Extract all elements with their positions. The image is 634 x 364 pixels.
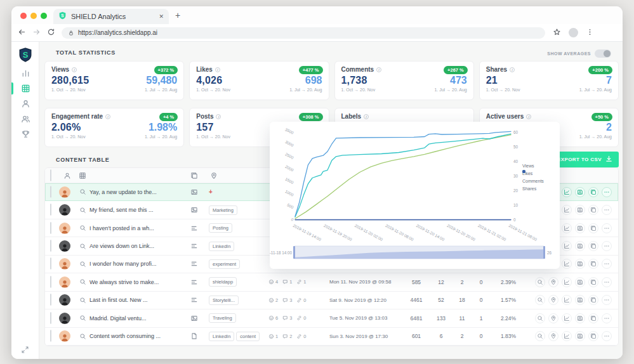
table-row[interactable]: Last in first out. New ...Storytelli...2… bbox=[45, 292, 618, 309]
row-checkbox[interactable] bbox=[50, 276, 51, 288]
row-action-save-button[interactable] bbox=[575, 259, 585, 269]
row-checkbox[interactable] bbox=[50, 257, 51, 270]
preview-magnifier-icon[interactable] bbox=[79, 224, 86, 231]
row-action-magnifier-button[interactable] bbox=[535, 313, 545, 323]
sidebar-item-profile[interactable] bbox=[11, 99, 39, 108]
sidebar-item-analytics[interactable] bbox=[11, 68, 39, 78]
row-action-save-button[interactable] bbox=[575, 331, 585, 341]
expand-sidebar-icon[interactable] bbox=[21, 345, 29, 356]
info-icon[interactable]: i bbox=[376, 67, 381, 72]
row-action-copy-button[interactable] bbox=[588, 223, 598, 233]
row-checkbox[interactable] bbox=[50, 330, 51, 342]
row-checkbox[interactable] bbox=[50, 312, 51, 324]
table-row[interactable]: Madrid. Digital ventu...Traveling630Tue … bbox=[45, 309, 618, 327]
preview-magnifier-icon[interactable] bbox=[79, 315, 86, 322]
row-action-linechart-button[interactable] bbox=[562, 205, 572, 215]
info-icon[interactable]: i bbox=[215, 67, 220, 72]
sidebar-item-audience[interactable] bbox=[11, 114, 39, 124]
row-action-target-button[interactable] bbox=[548, 331, 558, 341]
row-checkbox[interactable] bbox=[50, 186, 51, 198]
preview-magnifier-icon[interactable] bbox=[79, 261, 86, 268]
new-tab-button[interactable]: + bbox=[175, 10, 180, 20]
row-action-copy-button[interactable] bbox=[588, 313, 598, 323]
row-action-magnifier-button[interactable] bbox=[535, 277, 545, 287]
row-action-more-button[interactable] bbox=[602, 277, 612, 287]
row-action-linechart-button[interactable] bbox=[562, 331, 572, 341]
browser-profile-avatar[interactable] bbox=[569, 28, 578, 37]
forward-icon[interactable] bbox=[32, 27, 41, 39]
brush-handle-left[interactable] bbox=[293, 246, 295, 259]
row-action-linechart-button[interactable] bbox=[562, 187, 572, 197]
row-action-linechart-button[interactable] bbox=[562, 295, 572, 305]
legend-item-views[interactable]: Views bbox=[522, 164, 544, 168]
row-action-more-button[interactable] bbox=[602, 187, 612, 197]
legend-item-likes[interactable]: Likes bbox=[522, 171, 544, 176]
legend-item-shares[interactable]: Shares bbox=[522, 186, 544, 191]
info-icon[interactable]: i bbox=[510, 67, 515, 72]
row-action-linechart-button[interactable] bbox=[562, 277, 572, 287]
type-column-icon[interactable] bbox=[190, 172, 198, 179]
row-action-more-button[interactable] bbox=[602, 331, 612, 341]
sidebar-item-content-table[interactable] bbox=[11, 84, 39, 93]
preview-magnifier-icon[interactable] bbox=[79, 297, 86, 304]
row-action-magnifier-button[interactable] bbox=[535, 331, 545, 341]
browser-menu-icon[interactable] bbox=[586, 27, 594, 39]
bookmark-star-icon[interactable] bbox=[553, 27, 561, 39]
row-checkbox[interactable] bbox=[50, 204, 51, 216]
label-column-icon[interactable] bbox=[210, 172, 218, 179]
row-action-target-button[interactable] bbox=[548, 295, 558, 305]
browser-tab[interactable]: S SHIELD Analytics ✕ bbox=[53, 9, 169, 24]
legend-item-comments[interactable]: Comments bbox=[522, 179, 544, 183]
row-action-save-button[interactable] bbox=[575, 277, 585, 287]
row-action-more-button[interactable] bbox=[602, 223, 612, 233]
back-icon[interactable] bbox=[18, 27, 26, 39]
row-action-copy-button[interactable] bbox=[588, 295, 598, 305]
show-averages-toggle[interactable] bbox=[595, 49, 611, 58]
row-action-copy-button[interactable] bbox=[588, 205, 598, 215]
refresh-icon[interactable] bbox=[47, 27, 55, 39]
row-action-copy-button[interactable] bbox=[588, 187, 598, 197]
preview-magnifier-icon[interactable] bbox=[79, 243, 86, 250]
brush-handle-right[interactable] bbox=[543, 246, 545, 259]
row-action-save-button[interactable] bbox=[575, 187, 585, 197]
row-action-target-button[interactable] bbox=[548, 277, 558, 287]
row-action-copy-button[interactable] bbox=[588, 259, 598, 269]
row-action-more-button[interactable] bbox=[602, 295, 612, 305]
table-row[interactable]: We always strive to make...shieldapp411M… bbox=[45, 273, 618, 291]
row-action-save-button[interactable] bbox=[575, 223, 585, 233]
row-checkbox[interactable] bbox=[50, 240, 51, 252]
url-bar[interactable]: https://analytics.shieldapp.ai bbox=[62, 27, 545, 39]
row-action-save-button[interactable] bbox=[575, 205, 585, 215]
info-icon[interactable]: i bbox=[216, 114, 221, 119]
export-csv-button[interactable]: EXPORT TO CSV bbox=[551, 152, 619, 167]
row-action-linechart-button[interactable] bbox=[562, 223, 572, 233]
row-action-copy-button[interactable] bbox=[588, 331, 598, 341]
row-action-save-button[interactable] bbox=[575, 313, 585, 323]
row-checkbox[interactable] bbox=[50, 222, 51, 234]
preview-magnifier-icon[interactable] bbox=[79, 188, 86, 195]
table-row[interactable]: Content worth consuming ...LinkedInconte… bbox=[45, 328, 618, 346]
row-action-copy-button[interactable] bbox=[588, 277, 598, 287]
row-action-linechart-button[interactable] bbox=[562, 259, 572, 269]
select-all-checkbox[interactable] bbox=[50, 169, 51, 181]
row-action-save-button[interactable] bbox=[575, 241, 585, 251]
traffic-minimize-button[interactable] bbox=[30, 13, 37, 19]
row-action-more-button[interactable] bbox=[602, 241, 612, 251]
row-action-target-button[interactable] bbox=[548, 313, 558, 323]
row-checkbox[interactable] bbox=[50, 294, 51, 306]
preview-magnifier-icon[interactable] bbox=[79, 333, 86, 340]
row-action-magnifier-button[interactable] bbox=[535, 295, 545, 305]
row-action-linechart-button[interactable] bbox=[562, 241, 572, 251]
row-action-more-button[interactable] bbox=[602, 259, 612, 269]
traffic-zoom-button[interactable] bbox=[41, 13, 47, 19]
add-tag-button[interactable]: + bbox=[209, 188, 213, 195]
preview-magnifier-icon[interactable] bbox=[79, 207, 86, 214]
row-action-save-button[interactable] bbox=[575, 295, 585, 305]
row-action-copy-button[interactable] bbox=[588, 241, 598, 251]
info-icon[interactable]: i bbox=[364, 114, 369, 119]
info-icon[interactable]: i bbox=[105, 114, 110, 119]
info-icon[interactable]: i bbox=[72, 67, 77, 72]
info-icon[interactable]: i bbox=[526, 114, 531, 119]
author-column-icon[interactable] bbox=[63, 172, 71, 179]
traffic-close-button[interactable] bbox=[20, 13, 27, 19]
